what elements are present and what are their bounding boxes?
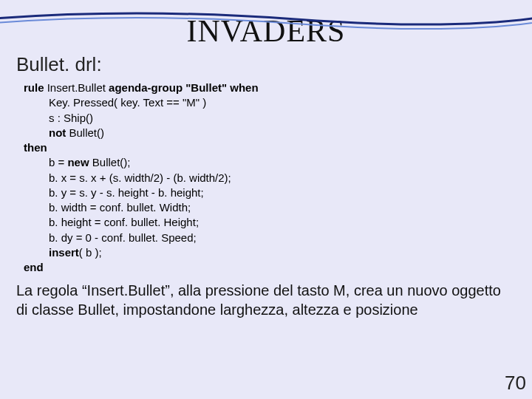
slide-title: INVADERS: [0, 13, 532, 49]
slide-subtitle: Bullet. drl:: [16, 53, 532, 76]
page-number: 70: [505, 372, 526, 395]
description-text: La regola “Insert.Bullet”, alla pression…: [16, 281, 516, 319]
code-block: rule Insert.Bullet agenda-group "Bullet"…: [24, 81, 532, 275]
